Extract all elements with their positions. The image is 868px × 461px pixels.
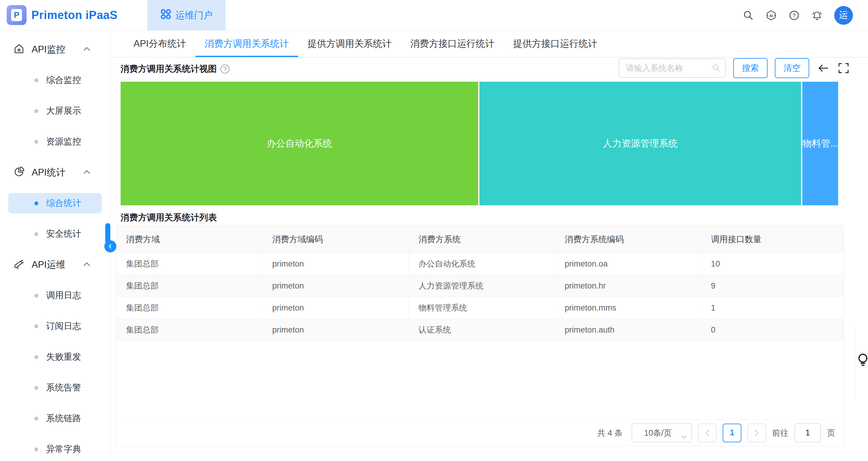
sidebar-item-资源监控[interactable]: 资源监控 — [0, 126, 110, 157]
treemap-block-物料管理系统[interactable]: 物料管... — [802, 82, 838, 205]
consumer-call-relation-table: 消费方域消费方域编码消费方系统消费方系统编码调用接口数量 集团总部primeto… — [116, 225, 844, 446]
sidebar-group-API统计[interactable]: API统计 — [0, 157, 110, 188]
prev-page-button[interactable] — [698, 424, 717, 442]
pie-icon — [13, 166, 24, 179]
table-cell: primeton.mms — [555, 297, 701, 319]
page-size-select[interactable]: 10条/页 — [632, 423, 692, 442]
tab-提供方接口运行统计[interactable]: 提供方接口运行统计 — [504, 30, 607, 57]
table-cell: 物料管理系统 — [409, 297, 555, 319]
table-section-title: 消费方调用关系统计列表 — [121, 212, 217, 224]
table-cell: primeton — [262, 319, 409, 341]
logo-letter: P — [11, 9, 22, 21]
svg-text:?: ? — [793, 12, 796, 19]
table-header-row: 消费方域消费方域编码消费方系统消费方系统编码调用接口数量 — [116, 226, 844, 253]
sidebar-item-安全统计[interactable]: 安全统计 — [0, 219, 110, 249]
chevron-up-icon — [84, 170, 90, 175]
tab-消费方调用关系统计[interactable]: 消费方调用关系统计 — [195, 30, 298, 57]
sidebar-item-失败重发[interactable]: 失败重发 — [0, 342, 110, 372]
app-header: P Primeton iPaaS 运维门户 AI — [0, 0, 868, 30]
table-cell: 人力资源管理系统 — [409, 275, 555, 297]
tab-提供方调用关系统计[interactable]: 提供方调用关系统计 — [298, 30, 401, 57]
sidebar-group-label: API监控 — [32, 43, 65, 56]
column-header-调用接口数量: 调用接口数量 — [701, 226, 844, 253]
home-icon — [13, 43, 24, 56]
page-number-current[interactable]: 1 — [723, 424, 741, 442]
treemap-block-办公自动化系统[interactable]: 办公自动化系统 — [121, 82, 478, 205]
app-logo-icon: P — [7, 5, 27, 25]
sidebar-item-异常字典[interactable]: 异常字典 — [0, 434, 110, 461]
table-cell: 认证系统 — [409, 319, 555, 341]
sidebar-collapse-toggle[interactable] — [104, 240, 116, 252]
sidebar-group-API监控[interactable]: API监控 — [0, 34, 110, 65]
sidebar-item-label: 失败重发 — [46, 351, 81, 363]
input-search-icon — [712, 63, 720, 73]
table-row: 集团总部primeton人力资源管理系统primeton.hr9 — [116, 275, 844, 297]
sidebar-item-调用日志[interactable]: 调用日志 — [0, 280, 110, 311]
pagination-total: 共 4 条 — [597, 428, 623, 438]
sidebar-item-label: 系统告警 — [46, 382, 81, 394]
sidebar-group-API运维[interactable]: API运维 — [0, 249, 110, 280]
goto-page-input[interactable] — [795, 423, 821, 442]
table-cell: 集团总部 — [116, 319, 262, 341]
search-input[interactable] — [619, 59, 726, 78]
user-avatar[interactable]: 运 — [834, 6, 853, 25]
system-name-search — [619, 59, 726, 78]
search-button[interactable]: 搜索 — [733, 58, 768, 78]
chart-section-title-row: 消费方调用关系统计视图 ? — [121, 63, 229, 75]
sidebar-item-label: 综合监控 — [46, 74, 81, 86]
portal-tab-label: 运维门户 — [176, 9, 213, 22]
table-row: 集团总部primeton认证系统primeton.auth0 — [116, 319, 844, 341]
sidebar-item-系统告警[interactable]: 系统告警 — [0, 372, 110, 403]
megaphone-icon — [13, 259, 24, 271]
column-header-消费方域编码: 消费方域编码 — [262, 226, 409, 253]
table-cell: primeton.oa — [555, 253, 701, 275]
back-arrow-icon[interactable] — [816, 62, 830, 75]
bullet-icon — [34, 355, 38, 359]
sidebar-item-label: 综合统计 — [46, 197, 81, 209]
sidebar-item-订阅日志[interactable]: 订阅日志 — [0, 311, 110, 342]
sidebar-item-label: 大屏展示 — [46, 105, 81, 117]
sidebar-item-系统链路[interactable]: 系统链路 — [0, 403, 110, 434]
ai-assistant-icon[interactable]: AI — [766, 10, 777, 21]
fullscreen-icon[interactable] — [837, 62, 850, 75]
question-circle-icon[interactable]: ? — [220, 64, 229, 73]
appstore-grid-icon — [160, 9, 171, 22]
treemap-block-label: 物料管... — [802, 137, 838, 150]
chevron-up-icon — [84, 47, 90, 52]
help-icon[interactable]: ? — [788, 10, 800, 21]
table-cell: 办公自动化系统 — [409, 253, 555, 275]
app-title: Primeton iPaaS — [31, 0, 118, 30]
sidebar-item-label: 订阅日志 — [46, 320, 81, 332]
chevron-down-icon — [681, 432, 686, 441]
bullet-icon — [34, 325, 38, 328]
sidebar-item-综合统计[interactable]: 综合统计 — [0, 188, 110, 219]
table-cell: 集团总部 — [116, 275, 262, 297]
next-page-button[interactable] — [747, 424, 766, 442]
portal-tab-ops[interactable]: 运维门户 — [148, 0, 225, 30]
sidebar-item-label: 系统链路 — [46, 412, 81, 425]
search-icon[interactable] — [743, 10, 754, 21]
bullet-icon — [34, 79, 38, 82]
lightbulb-hint-icon[interactable] — [856, 352, 868, 369]
sidebar-item-label: 资源监控 — [46, 136, 81, 148]
sidebar-item-综合监控[interactable]: 综合监控 — [0, 65, 110, 96]
table-cell: primeton — [262, 297, 409, 319]
clear-button[interactable]: 清空 — [775, 58, 809, 78]
table-cell: 0 — [701, 319, 844, 341]
notification-bell-icon[interactable] — [811, 10, 823, 21]
chart-toolbar: 搜索 清空 — [619, 58, 850, 78]
column-header-消费方系统编码: 消费方系统编码 — [555, 226, 701, 253]
treemap-block-人力资源管理系统[interactable]: 人力资源管理系统 — [479, 82, 801, 205]
treemap-block-label: 办公自动化系统 — [267, 137, 332, 150]
bullet-icon — [34, 417, 38, 421]
tab-API分布统计[interactable]: API分布统计 — [124, 30, 195, 57]
table-cell: primeton.hr — [555, 275, 701, 297]
ai-badge-text: AI — [769, 13, 773, 18]
bullet-icon — [34, 386, 38, 390]
sidebar-item-大屏展示[interactable]: 大屏展示 — [0, 96, 110, 126]
bullet-icon — [34, 448, 38, 451]
column-header-消费方系统: 消费方系统 — [409, 226, 555, 253]
sidebar-group-label: API运维 — [32, 258, 65, 271]
tab-消费方接口运行统计[interactable]: 消费方接口运行统计 — [401, 30, 504, 57]
column-header-消费方域: 消费方域 — [116, 226, 262, 253]
